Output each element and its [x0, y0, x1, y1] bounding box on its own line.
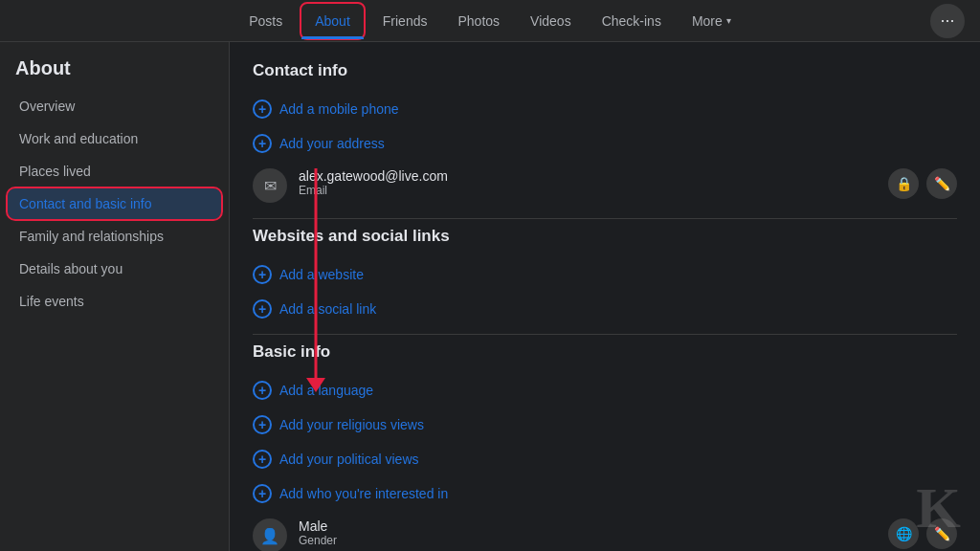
- sidebar: About Overview Work and education Places…: [0, 42, 230, 551]
- email-icon: ✉: [253, 168, 287, 203]
- add-website-row[interactable]: + Add a website: [253, 257, 957, 292]
- main-content: About Overview Work and education Places…: [0, 42, 980, 551]
- add-political-icon: +: [253, 450, 272, 469]
- gender-value: Male: [299, 518, 888, 534]
- divider-1: [253, 218, 957, 219]
- content-area: Contact info + Add a mobile phone + Add …: [230, 42, 980, 551]
- nav-item-photos[interactable]: Photos: [444, 4, 513, 38]
- add-address-label: Add your address: [279, 136, 385, 151]
- add-religion-label: Add your religious views: [279, 417, 424, 432]
- nav-item-more[interactable]: More ▾: [679, 4, 745, 38]
- top-nav: Posts About Friends Photos Videos Check-…: [0, 0, 980, 42]
- add-address-row[interactable]: + Add your address: [253, 126, 957, 161]
- add-interested-label: Add who you're interested in: [279, 486, 448, 501]
- contact-section-title: Contact info: [253, 61, 957, 80]
- add-religion-row[interactable]: + Add your religious views: [253, 408, 957, 442]
- more-options-button[interactable]: ···: [930, 4, 965, 38]
- add-address-icon: +: [253, 134, 272, 153]
- sidebar-item-life-events[interactable]: Life events: [8, 286, 221, 317]
- sidebar-item-overview[interactable]: Overview: [8, 91, 221, 121]
- nav-item-about[interactable]: About: [300, 2, 366, 40]
- nav-item-friends[interactable]: Friends: [369, 4, 441, 38]
- nav-item-checkins[interactable]: Check-ins: [589, 4, 675, 38]
- dots-icon: ···: [940, 11, 954, 31]
- sidebar-item-details-about-you[interactable]: Details about you: [8, 253, 221, 284]
- nav-items: Posts About Friends Photos Videos Check-…: [235, 2, 745, 40]
- gender-icon: 👤: [253, 518, 287, 551]
- sidebar-title: About: [8, 57, 221, 91]
- chevron-down-icon: ▾: [726, 15, 731, 26]
- lock-icon: 🔒: [896, 176, 912, 191]
- gender-edit-button[interactable]: ✏️: [926, 518, 957, 549]
- add-religion-icon: +: [253, 415, 272, 434]
- add-social-icon: +: [253, 299, 272, 319]
- email-row: ✉ alex.gatewood@live.com Email 🔒 ✏️: [253, 161, 957, 210]
- gender-label: Gender: [299, 534, 888, 547]
- add-social-label: Add a social link: [279, 301, 376, 317]
- add-phone-label: Add a mobile phone: [279, 101, 399, 117]
- websites-section-title: Websites and social links: [253, 227, 957, 246]
- email-value: alex.gatewood@live.com: [299, 168, 888, 184]
- add-website-label: Add a website: [279, 267, 364, 282]
- divider-2: [253, 334, 957, 335]
- add-language-icon: +: [253, 381, 272, 400]
- add-phone-icon: +: [253, 99, 272, 119]
- pencil-icon: ✏️: [934, 176, 950, 191]
- basic-info-section-title: Basic info: [253, 342, 957, 362]
- sidebar-item-family-relationships[interactable]: Family and relationships: [8, 221, 221, 252]
- email-edit-button[interactable]: ✏️: [926, 168, 957, 199]
- globe-icon: 🌐: [896, 526, 912, 541]
- email-privacy-button[interactable]: 🔒: [888, 168, 919, 199]
- add-language-label: Add a language: [279, 383, 373, 398]
- add-website-icon: +: [253, 265, 272, 284]
- add-mobile-phone-row[interactable]: + Add a mobile phone: [253, 92, 957, 126]
- email-label: Email: [299, 184, 888, 197]
- pencil-icon: ✏️: [934, 526, 950, 541]
- add-interested-row[interactable]: + Add who you're interested in: [253, 476, 957, 511]
- add-political-row[interactable]: + Add your political views: [253, 442, 957, 476]
- add-social-link-row[interactable]: + Add a social link: [253, 292, 957, 326]
- sidebar-item-work-education[interactable]: Work and education: [8, 123, 221, 154]
- add-language-row[interactable]: + Add a language: [253, 373, 957, 408]
- gender-privacy-button[interactable]: 🌐: [888, 518, 919, 549]
- add-interested-icon: +: [253, 484, 272, 503]
- gender-row: 👤 Male Gender 🌐 ✏️: [253, 511, 957, 551]
- add-political-label: Add your political views: [279, 452, 419, 467]
- sidebar-item-contact-basic-info[interactable]: Contact and basic info: [8, 188, 221, 219]
- sidebar-item-places-lived[interactable]: Places lived: [8, 156, 221, 187]
- nav-item-posts[interactable]: Posts: [235, 4, 296, 38]
- nav-item-videos[interactable]: Videos: [517, 4, 585, 38]
